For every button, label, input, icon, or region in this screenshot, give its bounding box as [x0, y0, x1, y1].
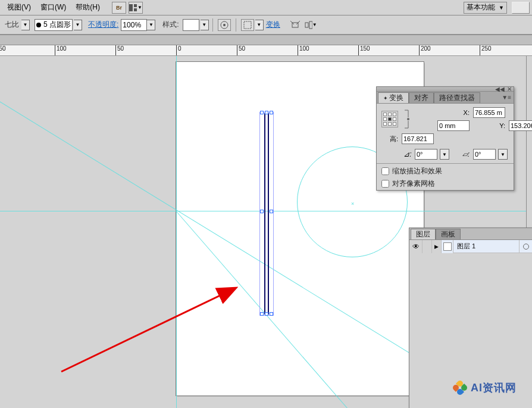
panel-tabs: ✦变换 对齐 路径查找器 ▼≡: [377, 92, 514, 104]
close-icon[interactable]: ✕: [507, 86, 512, 92]
workspace-label: 基本功能: [467, 2, 495, 13]
selection-handles-bot[interactable]: [262, 312, 271, 317]
target-icon: [523, 244, 529, 250]
opacity-dropdown[interactable]: ▼: [147, 20, 155, 30]
watermark: AI资讯网: [453, 381, 517, 395]
h-input[interactable]: [402, 133, 434, 144]
transform-panel-icon[interactable]: [241, 19, 254, 31]
svg-point-4: [223, 24, 226, 26]
scale-strokes-row[interactable]: 缩放描边和效果: [377, 165, 514, 177]
svg-rect-2: [134, 8, 137, 11]
selection-handles-mid[interactable]: [262, 210, 271, 214]
ruler-horizontal[interactable]: 150 100 50 0 50 100 150 200 250: [0, 45, 532, 56]
search-field-stub[interactable]: [512, 2, 530, 14]
tab-transform[interactable]: ✦变换: [378, 92, 409, 103]
guide-vertical[interactable]: [176, 56, 177, 408]
layer-thumb: [442, 240, 453, 253]
reference-point-widget[interactable]: [381, 111, 398, 127]
visibility-toggle[interactable]: 👁: [409, 240, 423, 253]
selection-handles-top[interactable]: [262, 111, 271, 116]
lock-cell[interactable]: [423, 240, 432, 253]
tab-artboards[interactable]: 画板: [436, 229, 461, 239]
angle-icon: ⊿:: [403, 150, 412, 158]
angle-dropdown[interactable]: ▼: [440, 149, 449, 160]
y-input[interactable]: [509, 120, 532, 131]
menu-bar: 视图(V) 窗口(W) 帮助(H) Br ▼ 基本功能 ▼: [0, 0, 532, 15]
menu-window[interactable]: 窗口(W): [36, 2, 71, 13]
panel-titlebar[interactable]: ◀◀ ✕: [377, 87, 514, 92]
brush-preset-text: 5 点圆形: [43, 20, 71, 30]
svg-point-12: [407, 118, 409, 120]
svg-rect-1: [134, 4, 137, 7]
twirl-toggle[interactable]: ▶: [432, 240, 442, 253]
menu-view[interactable]: 视图(V): [2, 2, 36, 13]
align-pixel-row[interactable]: 对齐像素网格: [377, 177, 514, 190]
svg-rect-0: [129, 4, 133, 11]
center-mark-icon: ×: [351, 201, 354, 207]
layer-row[interactable]: 👁 ▶ 图层 1: [409, 240, 532, 253]
tab-align[interactable]: 对齐: [409, 92, 434, 103]
svg-rect-5: [244, 21, 251, 29]
layer-name[interactable]: 图层 1: [453, 242, 519, 251]
dot-icon: [36, 23, 41, 27]
transform-fields: X: 宽: Y: 高:: [377, 104, 514, 148]
isolate-icon[interactable]: [289, 19, 302, 31]
workspace-switcher[interactable]: 基本功能 ▼: [464, 2, 507, 14]
w-input[interactable]: [437, 120, 470, 131]
ratio-dropdown[interactable]: ▼: [21, 20, 30, 30]
watermark-logo-icon: [453, 381, 467, 395]
recolor-icon[interactable]: [218, 19, 231, 31]
menu-help[interactable]: 帮助(H): [71, 2, 105, 13]
x-label: X:: [437, 109, 470, 116]
shear-icon: ▱:: [461, 150, 471, 158]
angle-row: ⊿: ▼ ▱: ▼: [377, 148, 514, 163]
shear-dropdown[interactable]: ▼: [498, 149, 508, 160]
panel-menu-icon[interactable]: ▼≡: [499, 94, 514, 101]
layers-list: 👁 ▶ 图层 1: [409, 240, 532, 366]
x-input[interactable]: [473, 107, 505, 118]
align-panel-icon[interactable]: ▼: [304, 19, 317, 31]
scale-strokes-checkbox[interactable]: [381, 167, 389, 175]
options-bar: 七比 ▼ 5 点圆形 ▼ 不透明度: ▼ 样式: ▼ ▼ 变换 ▼: [0, 15, 532, 35]
eye-icon: 👁: [412, 242, 420, 251]
brush-preset-combo[interactable]: 5 点圆形: [35, 19, 73, 31]
scale-strokes-label: 缩放描边和效果: [392, 166, 442, 176]
brush-dropdown[interactable]: ▼: [74, 20, 82, 30]
h-label: 高:: [381, 135, 398, 144]
y-label: Y:: [473, 122, 505, 129]
arrange-docs-icon[interactable]: ▼: [129, 2, 143, 14]
ratio-label: 七比: [5, 20, 19, 30]
style-dropdown[interactable]: ▼: [201, 20, 209, 30]
layers-panel-tabs: 图层 画板: [409, 228, 532, 240]
opacity-label[interactable]: 不透明度:: [88, 20, 118, 30]
w-label: 宽:: [509, 108, 532, 117]
chevron-down-icon: ▼: [499, 5, 504, 11]
chevron-right-icon: ▶: [434, 244, 439, 250]
document-tab-strip: [0, 35, 532, 45]
align-pixel-label: 对齐像素网格: [392, 179, 435, 189]
style-label: 样式:: [162, 20, 179, 30]
watermark-text: AI资讯网: [471, 381, 517, 395]
transform-panel-dropdown[interactable]: ▼: [255, 20, 264, 30]
svg-rect-9: [305, 23, 308, 27]
align-pixel-checkbox[interactable]: [381, 180, 389, 188]
shear-input[interactable]: [473, 149, 496, 160]
transform-link[interactable]: 变换: [266, 20, 280, 30]
tab-pathfinder[interactable]: 路径查找器: [434, 92, 480, 103]
target-toggle[interactable]: [519, 240, 532, 253]
angle-input[interactable]: [415, 149, 437, 160]
collapse-icon[interactable]: ◀◀: [495, 86, 505, 92]
style-swatch[interactable]: [183, 19, 199, 31]
bridge-icon[interactable]: Br: [112, 2, 126, 14]
link-wh-icon[interactable]: [402, 109, 411, 129]
opacity-input[interactable]: [121, 19, 147, 31]
transform-panel: ◀◀ ✕ ✦变换 对齐 路径查找器 ▼≡ X: 宽: Y: 高: ⊿: ▼ ▱:…: [376, 86, 514, 191]
tab-layers[interactable]: 图层: [411, 229, 436, 239]
